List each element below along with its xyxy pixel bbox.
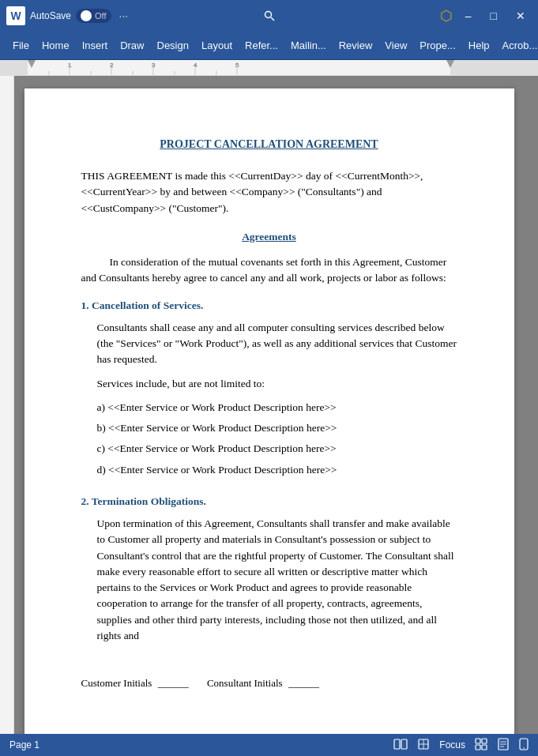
svg-text:1: 1	[68, 62, 72, 69]
menu-properties[interactable]: Prope...	[413, 35, 462, 56]
section1-body1: Consultants shall cease any and all comp…	[97, 320, 457, 368]
title-bar-right: ⬡ – □ ✕	[401, 6, 532, 25]
svg-text:5: 5	[235, 62, 239, 69]
toggle-state: Off	[95, 11, 106, 21]
svg-rect-4	[0, 60, 28, 75]
autosave-toggle[interactable]: Off	[76, 9, 111, 23]
svg-point-0	[265, 12, 271, 18]
menu-help[interactable]: Help	[462, 35, 496, 56]
agreements-body: In consideration of the mutual covenants…	[81, 254, 457, 287]
svg-rect-23	[394, 739, 400, 749]
menu-layout[interactable]: Layout	[195, 35, 239, 56]
ribbon-menu: File Home Insert Draw Design Layout Refe…	[0, 32, 538, 60]
agreements-heading: Agreements	[81, 229, 457, 245]
restore-button[interactable]: □	[484, 6, 503, 25]
menu-draw[interactable]: Draw	[114, 35, 150, 56]
title-bar: W AutoSave Off ··· ⬡ – □ ✕	[0, 0, 538, 32]
menu-view[interactable]: View	[378, 35, 413, 56]
focus-text[interactable]: Focus	[439, 739, 465, 750]
layout-icon[interactable]	[475, 738, 487, 753]
svg-rect-31	[482, 745, 487, 750]
consultant-initials-label: Consultant Initials	[207, 677, 283, 689]
gem-icon[interactable]: ⬡	[440, 7, 453, 24]
title-bar-left: W AutoSave Off ···	[6, 6, 137, 25]
svg-text:2: 2	[110, 62, 114, 69]
page-number: Page 1	[9, 739, 40, 750]
menu-mailings[interactable]: Mailin...	[284, 35, 333, 56]
svg-rect-24	[401, 739, 407, 749]
document-area[interactable]: PROJECT CANCELLATION AGREEMENT THIS AGRE…	[0, 76, 538, 734]
svg-text:4: 4	[194, 62, 198, 69]
svg-rect-28	[476, 739, 480, 743]
menu-references[interactable]: Refer...	[239, 35, 284, 56]
status-right: Focus	[393, 738, 529, 753]
minimize-button[interactable]: –	[459, 6, 478, 25]
svg-rect-5	[450, 60, 538, 75]
menu-acrobat[interactable]: Acrob...	[496, 35, 538, 56]
svg-text:3: 3	[152, 62, 156, 69]
consultant-initials-blank: ______	[288, 677, 319, 689]
autosave-label: AutoSave	[30, 10, 71, 21]
customer-initials-label: Customer Initials	[81, 677, 152, 689]
mobile-view-icon[interactable]	[519, 738, 529, 753]
section2-title: 2. Termination Obligations.	[81, 494, 457, 510]
word-icon: W	[6, 6, 25, 25]
document-title: PROJECT CANCELLATION AGREEMENT	[81, 136, 457, 152]
status-bar: Page 1 Focus	[0, 734, 538, 756]
list-item: b) <<Enter Service or Work Product Descr…	[97, 420, 457, 436]
menu-file[interactable]: File	[6, 35, 36, 56]
menu-home[interactable]: Home	[36, 35, 76, 56]
section2-body: Upon termination of this Agreement, Cons…	[97, 516, 457, 644]
toggle-knob	[81, 10, 92, 21]
menu-insert[interactable]: Insert	[76, 35, 115, 56]
page: PROJECT CANCELLATION AGREEMENT THIS AGRE…	[24, 88, 514, 734]
list-item: c) <<Enter Service or Work Product Descr…	[97, 441, 457, 457]
section1-title: 1. Cancellation of Services.	[81, 298, 457, 314]
customer-initials-blank: ______	[158, 677, 189, 689]
title-expand-icon[interactable]	[258, 5, 280, 27]
close-button[interactable]: ✕	[510, 6, 532, 25]
intro-paragraph: THIS AGREEMENT is made this <<CurrentDay…	[81, 168, 457, 216]
ruler: 1 2 3 4 5	[0, 60, 538, 76]
ruler-svg: 1 2 3 4 5	[0, 60, 538, 75]
more-options-icon[interactable]: ···	[119, 9, 129, 22]
list-item: a) <<Enter Service or Work Product Descr…	[97, 400, 457, 416]
focus-label[interactable]	[417, 738, 430, 753]
menu-design[interactable]: Design	[151, 35, 195, 56]
initials-line: Customer Initials ______ Consultant Init…	[81, 675, 457, 691]
svg-point-37	[523, 747, 525, 749]
svg-line-1	[271, 17, 274, 21]
title-bar-center	[137, 5, 401, 27]
list-item: d) <<Enter Service or Work Product Descr…	[97, 462, 457, 478]
left-ruler	[0, 76, 14, 734]
print-layout-icon[interactable]	[497, 738, 510, 753]
menu-review[interactable]: Review	[333, 35, 379, 56]
section1-body2: Services include, but are not limited to…	[97, 376, 457, 392]
read-mode-icon[interactable]	[393, 738, 408, 753]
svg-rect-29	[482, 739, 487, 743]
svg-rect-30	[476, 745, 480, 750]
